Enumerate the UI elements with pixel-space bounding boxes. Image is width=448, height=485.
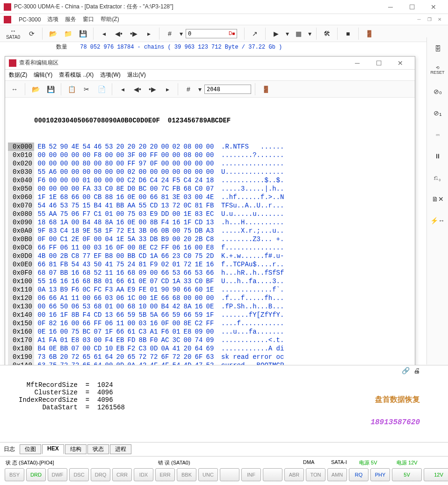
subwin-title: 查看和编辑扇区 [19, 59, 347, 67]
window-title: PC-3000 UDMA-E - China - [Data Extractor… [14, 3, 380, 11]
grid-view-dropdown[interactable]: ▾ [307, 27, 312, 40]
main-titlebar: PC-3000 UDMA-E - China - [Data Extractor… [0, 0, 448, 14]
exit-button[interactable]: 🚪 [362, 27, 376, 40]
sub-toolbar: ↔ 📂 💾 📋 ✂ 📄 ◂ ◀• •▶ ▸ # ▾ 🚪 [5, 81, 415, 98]
app-icon [4, 3, 11, 11]
status-5v: 5V [392, 468, 422, 481]
tab-状态[interactable]: 状态 [87, 444, 109, 454]
status-PHY: PHY [370, 468, 390, 481]
menu-window[interactable]: 窗口 [83, 15, 94, 23]
tab-HEX[interactable]: HEX [42, 444, 64, 454]
status-UNC: UNC [198, 468, 218, 481]
goto-marker: D■ [229, 31, 235, 36]
chain-icon[interactable]: 🔗 [402, 367, 410, 375]
tab-进程[interactable]: 进程 [110, 444, 131, 454]
pause-icon[interactable]: ⏸ [430, 149, 445, 164]
tabs-bar: 日志 位图HEX结构状态进程 [0, 442, 448, 456]
menu-help[interactable]: 帮助(Z) [101, 15, 119, 23]
sub-cut-button[interactable]: ✂ [80, 83, 93, 96]
sub-grid-dd[interactable]: ▾ [197, 83, 202, 96]
open2-button[interactable]: 📁 [61, 27, 74, 40]
status-IDX: IDX [134, 468, 153, 481]
sub-lba-input[interactable] [204, 85, 251, 94]
mdi-controls: ─ ❐ ✕ [414, 17, 444, 22]
sub-conn-button[interactable]: ↔ [8, 83, 21, 96]
stop-button[interactable]: ■ [341, 27, 354, 40]
sub-maximize[interactable]: ☐ [368, 56, 390, 70]
submenu-exit[interactable]: 退出(V) [127, 71, 146, 79]
grid-dropdown-button[interactable]: ▾ [178, 27, 184, 40]
sub-copy-button[interactable]: 📋 [65, 83, 78, 96]
db-icon[interactable]: 🗄 [430, 41, 445, 56]
sub-close[interactable]: ✕ [390, 56, 411, 70]
mdi-restore[interactable]: ❐ [425, 17, 434, 22]
submenu-template[interactable]: 查看模版 ..(X) [59, 71, 94, 79]
play-button[interactable]: ▶ [269, 27, 282, 40]
sub-minimize[interactable]: ─ [347, 56, 368, 70]
close-button[interactable]: ✕ [423, 0, 444, 14]
tab-结构[interactable]: 结构 [65, 444, 87, 454]
sub-last-button[interactable]: ▸ [161, 83, 174, 96]
hex-view[interactable]: 000102030405060708090A0B0C0D0E0F 0123456… [5, 98, 415, 383]
app-icon-small [4, 16, 11, 23]
mdi-close[interactable]: ✕ [435, 17, 444, 22]
sata-button[interactable]: ↔SATA0 [3, 27, 23, 40]
sub-grid-button[interactable]: # [182, 83, 195, 96]
grid-view-button[interactable]: ▦ [292, 27, 305, 40]
hex-editor-window: 查看和编辑扇区 ─ ☐ ✕ 数据(Z) 编辑(Y) 查看模版 ..(X) 选项(… [5, 56, 415, 392]
play-dropdown[interactable]: ▾ [284, 27, 290, 40]
save-button[interactable]: 💾 [76, 27, 89, 40]
mdi-minimize[interactable]: ─ [414, 17, 424, 22]
first-button[interactable]: ◂ [97, 27, 110, 40]
status-DWF: DWF [48, 468, 67, 481]
circuit-icon[interactable]: ⎓ [430, 127, 445, 142]
last-button[interactable]: ▸ [142, 27, 155, 40]
sub-menubar: 数据(Z) 编辑(Y) 查看模版 ..(X) 选项(W) 退出(V) [5, 70, 415, 81]
ntfs-info-block: MftRecordSize = 1024 ClusterSize = 4096I… [0, 365, 448, 442]
submenu-options[interactable]: 选项(W) [100, 71, 120, 79]
watermark: 盘首数据恢复 18913587620 [370, 381, 420, 441]
n0-icon[interactable]: ⎌₀ [430, 170, 445, 185]
sub-next-button[interactable]: •▶ [146, 83, 159, 96]
sub-first-button[interactable]: ◂ [116, 83, 129, 96]
tab-位图[interactable]: 位图 [20, 444, 41, 454]
submenu-edit[interactable]: 编辑(Y) [34, 71, 52, 79]
status-blank [220, 468, 239, 481]
status-INF: INF [241, 468, 261, 481]
next-marked-button[interactable]: •▶ [127, 27, 140, 40]
grid-toggle-button[interactable]: # [163, 27, 176, 40]
menu-service[interactable]: 服务 [65, 15, 76, 23]
sub-save-button[interactable]: 💾 [44, 83, 57, 96]
status-panel: 状 态 (SATA0)-[PIO4] 错 误 (SATA0) DMA SATA-… [0, 456, 448, 485]
export-button[interactable]: ↗ [248, 27, 261, 40]
tabs-label: 日志 [4, 445, 15, 453]
status-BSY: BSY [5, 468, 24, 481]
sub-prev-button[interactable]: ◀• [131, 83, 144, 96]
m0-icon[interactable]: ⊘₀ [430, 84, 445, 99]
status-ERR: ERR [155, 468, 175, 481]
m1-icon[interactable]: ⊘₁ [430, 106, 445, 121]
bolt-icon[interactable]: ⚡↔ [430, 213, 445, 228]
refresh-button[interactable]: ⟳ [25, 27, 38, 40]
minimize-button[interactable]: ─ [380, 0, 401, 14]
sub-open-button[interactable]: 📂 [29, 83, 42, 96]
submenu-data[interactable]: 数据(Z) [9, 71, 27, 79]
reset-icon[interactable]: ⟲RESET [430, 63, 445, 78]
prev-marked-button[interactable]: ◀• [112, 27, 125, 40]
menu-options[interactable]: 选项 [47, 15, 58, 23]
sub-exit-button[interactable]: 🚪 [259, 83, 272, 96]
status-DSC: DSC [69, 468, 89, 481]
menu-pc3000[interactable]: PC-3000 [19, 16, 41, 23]
bottom-panel: MftRecordSize = 1024 ClusterSize = 4096I… [0, 365, 448, 485]
info-line: 数量 78 052 976 18784 - chains ( 39 963 12… [0, 42, 448, 51]
status-12v: 12V [424, 468, 448, 481]
status-TON: TON [306, 468, 325, 481]
tools-button[interactable]: 🛠 [320, 27, 333, 40]
status-DRQ: DRQ [91, 468, 110, 481]
sub-paste-button[interactable]: 📄 [95, 83, 108, 96]
layers-icon[interactable]: 🗎✕ [430, 192, 445, 207]
maximize-button[interactable]: ☐ [401, 0, 423, 14]
status-DRD: DRD [26, 468, 46, 481]
open-button[interactable]: 📂 [46, 27, 59, 40]
print-icon[interactable]: 🖨 [413, 367, 420, 375]
